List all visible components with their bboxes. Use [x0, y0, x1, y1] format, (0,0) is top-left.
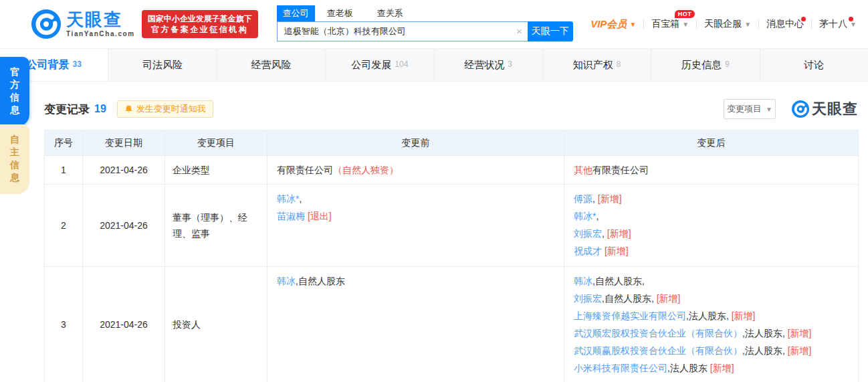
entity-link[interactable]: 武汉顺赢股权投资合伙企业（有限合伙）: [574, 345, 742, 356]
entry-text: ,自然人股东,: [592, 276, 645, 286]
maoshiba-menu[interactable]: 茅十八▼: [812, 18, 864, 30]
clear-search-icon[interactable]: ×: [516, 25, 522, 37]
tab-operating-risk[interactable]: 经营风险: [217, 49, 326, 81]
change-entry: 武汉顺宏股权投资合伙企业（有限合伙）,法人股东, [新增]: [574, 324, 849, 342]
column-header-1: 变更日期: [83, 130, 165, 156]
tab-judicial-risk-label: 司法风险: [142, 59, 183, 72]
tab-company-background-label: 公司背景: [27, 58, 70, 72]
tab-operating-risk-label: 经营风险: [251, 59, 291, 72]
search-area: 查公司查老板查关系 × 天眼一下: [277, 7, 573, 41]
entry-text: ,: [299, 193, 302, 204]
message-center-menu-label: 消息中心: [766, 18, 804, 30]
tab-history-info[interactable]: 历史信息9: [651, 49, 760, 81]
tab-judicial-risk[interactable]: 司法风险: [108, 49, 217, 81]
change-entry: 有限责任公司（自然人独资）: [277, 161, 554, 179]
tab-company-development-label: 公司发展: [351, 59, 391, 72]
logo-subtitle: TianYanCha.com: [66, 30, 135, 37]
tianyan-service-menu-label: 天眼企服: [704, 18, 742, 30]
entity-link[interactable]: 韩冰*: [277, 193, 299, 204]
change-tag: [新增]: [605, 246, 629, 256]
tab-operating-status-count: 3: [508, 60, 512, 69]
entity-link[interactable]: 韩冰*: [574, 211, 596, 221]
top-header: 天眼查 TianYanCha.com 国家中小企业发展子基金旗下 官方备案企业征…: [0, 0, 868, 48]
change-entry: 其他有限责任公司: [574, 161, 849, 179]
table-row: 32021-04-26投资人韩冰,自然人股东韩冰,自然人股东,刘振宏,自然人股东…: [45, 267, 859, 382]
change-item-cell: 投资人: [165, 267, 267, 382]
column-header-0: 序号: [45, 130, 83, 156]
search-relation-tab[interactable]: 查关系: [371, 5, 409, 21]
change-tag: [新增]: [732, 310, 756, 321]
change-entry: 上海臻资倬越实业有限公司,法人股东, [新增]: [574, 307, 849, 324]
nav-tabbar: 公司背景33司法风险经营风险公司发展104经营状况3知识产权8历史信息9讨论: [0, 48, 868, 82]
entity-link[interactable]: 祝成才: [574, 246, 602, 256]
entity-link[interactable]: 刘振宏: [574, 228, 602, 239]
change-tag: [新增]: [710, 363, 734, 373]
vip-member-menu[interactable]: VIP会员▼: [583, 18, 643, 31]
entity-link[interactable]: 武汉顺宏股权投资合伙企业（有限合伙）: [574, 328, 742, 339]
entity-link[interactable]: 韩冰: [277, 276, 296, 286]
top-menu: VIP会员▼百宝箱HOT▼天眼企服▼消息中心茅十八▼: [583, 18, 868, 31]
column-header-3: 变更前: [267, 130, 564, 156]
change-entry: 祝成才 [新增]: [574, 242, 849, 260]
table-row: 12021-04-26企业类型有限责任公司（自然人独资）其他有限责任公司: [45, 156, 859, 185]
change-item-cell: 企业类型: [165, 156, 267, 185]
tab-company-background-count: 33: [73, 60, 82, 69]
tab-operating-status-label: 经营状况: [464, 59, 504, 72]
entity-link[interactable]: 刘振宏: [574, 293, 602, 304]
change-entry: 韩冰,自然人股东,: [574, 272, 849, 290]
entry-text: ,法人股东,: [742, 328, 788, 339]
watermark-logo-text: 天眼查: [812, 99, 858, 119]
change-entry: 苗淑梅 [退出]: [277, 207, 554, 225]
search-tabs: 查公司查老板查关系: [277, 7, 573, 21]
tab-company-development-count: 104: [395, 60, 408, 69]
change-entry: 刘振宏, [新增]: [574, 225, 849, 242]
before-cell: 韩冰*,苗淑梅 [退出]: [267, 185, 564, 267]
side-tab-official-info[interactable]: 官方信息: [0, 57, 29, 126]
message-center-menu[interactable]: 消息中心: [759, 18, 811, 30]
search-button[interactable]: 天眼一下: [528, 21, 573, 41]
entry-text: 有限责任公司: [277, 165, 333, 175]
notify-button-label: 发生变更时通知我: [136, 103, 206, 115]
tianyan-service-menu[interactable]: 天眼企服▼: [697, 18, 758, 30]
section-header: 变更记录 19 发生变更时通知我 变更项目 ▼ 天眼查: [44, 99, 858, 119]
change-entry: 傅源, [新增]: [574, 190, 849, 207]
tab-company-development[interactable]: 公司发展104: [326, 49, 434, 81]
change-tag: [新增]: [607, 228, 631, 239]
tab-discussion[interactable]: 讨论: [760, 49, 868, 81]
treasure-box-menu[interactable]: 百宝箱HOT▼: [644, 18, 696, 30]
hot-badge: HOT: [675, 10, 695, 18]
filter-dropdown-label: 变更项目: [727, 103, 762, 115]
entity-link[interactable]: 苗淑梅: [277, 211, 305, 221]
search-boss-tab[interactable]: 查老板: [321, 5, 359, 21]
date-cell: 2021-04-26: [83, 185, 165, 267]
change-tag: [退出]: [308, 211, 332, 221]
entry-text: ,法人股东,: [742, 345, 788, 356]
entity-link[interactable]: 上海臻资倬越实业有限公司: [574, 310, 686, 321]
logo-title: 天眼查: [66, 11, 135, 28]
side-tab-self-info[interactable]: 自主信息: [0, 124, 29, 194]
change-entry: 韩冰*,: [574, 207, 849, 225]
tab-intellectual-property[interactable]: 知识产权8: [543, 49, 651, 81]
entry-text: ,法人股东: [667, 363, 710, 373]
entity-link[interactable]: 小米科技有限责任公司: [574, 363, 667, 373]
tab-intellectual-property-label: 知识产权: [573, 59, 613, 72]
watermark-logo: 天眼查: [792, 99, 858, 119]
date-cell: 2021-04-26: [83, 267, 165, 382]
watermark-logo-icon: [792, 100, 809, 118]
entity-link[interactable]: 韩冰: [574, 276, 592, 286]
change-entry: 韩冰,自然人股东: [277, 272, 554, 290]
after-cell: 韩冰,自然人股东,刘振宏,自然人股东, [新增]上海臻资倬越实业有限公司,法人股…: [564, 267, 859, 382]
search-company-tab[interactable]: 查公司: [277, 5, 315, 21]
tianyancha-logo-icon: [31, 9, 61, 39]
vip-member-menu-label: VIP会员: [590, 18, 627, 31]
tianyancha-logo[interactable]: 天眼查 TianYanCha.com: [31, 9, 135, 39]
notify-on-change-button[interactable]: 发生变更时通知我: [117, 100, 213, 118]
change-tag: （自然人独资）: [333, 165, 399, 175]
change-item-filter-dropdown[interactable]: 变更项目 ▼: [724, 99, 776, 119]
change-item-cell: 董事（理事）、经理、监事: [165, 185, 267, 267]
entity-link[interactable]: 傅源: [574, 193, 592, 204]
search-input[interactable]: [277, 21, 528, 41]
maoshiba-menu-label: 茅十八: [819, 18, 847, 30]
tab-operating-status[interactable]: 经营状况3: [435, 49, 543, 81]
chevron-down-icon: ▼: [682, 21, 689, 28]
